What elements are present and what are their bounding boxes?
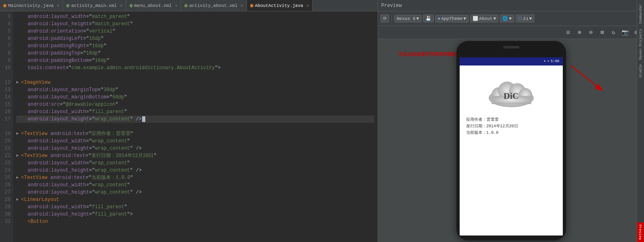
status-icons: ▾ ▪ 5:00 [544,59,559,63]
preview-title: Preview [381,3,402,9]
gradle-tab[interactable]: Gradle [638,62,644,80]
zoom-out-btn[interactable]: ⊖ [586,28,595,37]
code-line: android:layout_width="fill_parent" [16,108,374,116]
separator [391,15,392,23]
code-line: android:layout_width="wrap_content" [16,137,374,145]
theme-selector[interactable]: ● AppTheme ▼ [435,15,469,22]
phone-screen: ▾ ▪ 5:00 [460,57,563,235]
device-rotation-btn[interactable]: ⟳ [380,15,389,22]
code-line: android:paddingTop="16dp" [16,50,374,57]
wifi-icon: ▾ [544,59,546,63]
api-dropdown-icon: ▼ [529,16,532,21]
svg-line-0 [571,65,601,90]
tab-menu-about[interactable]: menu_about.xml ✕ [126,0,181,11]
time-label: 5:00 [551,59,560,63]
code-content: android:layout_width="match_parent" andr… [13,11,378,242]
app-content: DiC 应用作者：雲霏霏 发行日期：2014年12月20日 当前版本：1.0.0 [460,65,563,235]
side-panel: Commander Maven Projects Gradle Preview [637,0,644,242]
code-line: android:layout_height="wrap_content" /> [16,189,374,196]
tab-mainactivity[interactable]: MainActivity.java ✕ [0,0,63,11]
device-dropdown-icon: ▼ [416,16,419,21]
code-line: android:layout_height="wrap_content" /> [16,145,374,152]
api-label: 21 [523,16,528,21]
tab-bar: MainActivity.java ✕ activity_main.xml ✕ … [0,0,378,11]
code-line: ▶<TextView android:text="发行日期：2014年12月20… [16,152,374,159]
line-numbers: 34567 8910 12 1314151617 19202122 232425… [0,11,13,242]
device-label: Nexus 6 [397,16,415,21]
status-bar: ▾ ▪ 5:00 [460,57,563,65]
zoom-actual-btn[interactable]: ⊠ [598,28,607,37]
maven-tab[interactable]: Maven Projects [638,26,644,62]
close-icon[interactable]: ✕ [307,3,309,8]
preview-toolbar-secondary: ⊡ ⊕ ⊖ ⊠ ↻ 📷 ⚙ [378,26,644,39]
signal-icon: ▪ [547,59,549,63]
app-date: 发行日期：2014年12月20日 [466,123,518,130]
code-line: ▶<TextView android:text="应用作者：雲霏霏" [16,130,374,137]
code-line: android:layout_height="match_parent" [16,20,374,28]
preview-side-tab[interactable]: Preview [637,222,644,242]
preview-header: Preview [378,0,644,11]
app-logo: DiC [485,74,538,110]
zoom-in-btn[interactable]: ⊕ [575,28,584,37]
code-line: android:src="@drawable/appicon" [16,101,374,108]
annotation-text: 可以点击这里打开和关闭预览 [398,51,456,57]
preview-toolbar: ⟳ Nexus 6 ▼ 💾 ● AppTheme ▼ ⬜ About ▼ 🌐 ▼… [378,11,644,26]
svg-text:DiC: DiC [504,91,519,101]
code-line: android:layout_width="wrap_content" [16,181,374,189]
code-line: android:paddingLeft="16dp" [16,35,374,42]
preview-area: Preview ⟳ Nexus 6 ▼ 💾 ● AppTheme ▼ ⬜ Abo… [378,0,644,242]
code-line: android:layout_height="wrap_content" /> [16,116,374,123]
code-line: android:orientation="vertical" [16,28,374,35]
close-icon[interactable]: ✕ [120,3,122,8]
phone-mockup: ▾ ▪ 5:00 [456,41,566,240]
code-line: android:layout_marginBottom="60dp" [16,94,374,101]
code-line: ▶<ImageView [16,79,374,86]
rotate-icon: ⟳ [383,16,387,21]
close-icon[interactable]: ✕ [175,3,177,8]
code-line: android:paddingRight="16dp" [16,42,374,50]
code-line: android:paddingBottom="16dp" [16,57,374,64]
code-line: android:layout_marginTop="30dp" [16,86,374,94]
activity-icon: ⬜ [473,16,478,21]
save-btn[interactable]: 💾 [423,15,434,22]
app-info: 应用作者：雲霏霏 发行日期：2014年12月20日 当前版本：1.0.0 [466,117,518,136]
save-icon: 💾 [426,16,431,21]
globe-icon: 🌐 [502,16,508,21]
app-author: 应用作者：雲霏霏 [466,117,518,123]
code-line: android:layout_height="fill_parent"> [16,211,374,218]
theme-dropdown-icon: ▼ [463,16,466,21]
refresh-btn[interactable]: ↻ [609,28,618,37]
api-icon: ⬡ [518,16,522,21]
code-line [16,72,374,79]
code-line: android:layout_width="match_parent" [16,13,374,20]
locale-selector[interactable]: 🌐 ▼ [500,15,514,22]
theme-icon: ● [438,16,441,21]
editor-area: MainActivity.java ✕ activity_main.xml ✕ … [0,0,378,242]
code-line: android:layout_width="wrap_content" [16,159,374,167]
api-selector[interactable]: ⬡ 21 ▼ [516,15,534,22]
app-icon-area: DiC [466,74,556,110]
activity-dropdown-icon: ▼ [493,16,496,21]
code-line: android:layout_width="fill_parent" [16,203,374,211]
preview-content[interactable]: 可以点击这里打开和关闭预览 ▾ ▪ 5:00 [378,39,644,242]
close-icon[interactable]: ✕ [241,3,243,8]
code-line: tools:context="com.example.admin.android… [16,64,374,72]
code-line: ▶<TextView android:text="当前版本：1.0.0" [16,174,374,181]
code-line: <Button [16,218,374,225]
activity-selector[interactable]: ⬜ About ▼ [470,15,499,22]
annotation-arrow [567,61,607,94]
code-line: ▶<LinearLayout [16,196,374,203]
tab-activity-about[interactable]: activity_about.xml ✕ [181,0,247,11]
code-line [16,123,374,130]
device-selector[interactable]: Nexus 6 ▼ [394,15,421,22]
activity-label: About [479,16,493,21]
zoom-fit-btn[interactable]: ⊡ [564,28,573,37]
commander-tab[interactable]: Commander [638,2,644,26]
code-area: 34567 8910 12 1314151617 19202122 232425… [0,11,378,242]
camera-btn[interactable]: 📷 [620,28,629,37]
tab-aboutactivity[interactable]: AboutActivity.java ✕ [247,0,313,11]
theme-label: AppTheme [441,16,462,21]
tab-activity-main[interactable]: activity_main.xml ✕ [63,0,126,11]
code-line: android:layout_height="wrap_content" /> [16,167,374,174]
close-icon[interactable]: ✕ [57,3,59,8]
